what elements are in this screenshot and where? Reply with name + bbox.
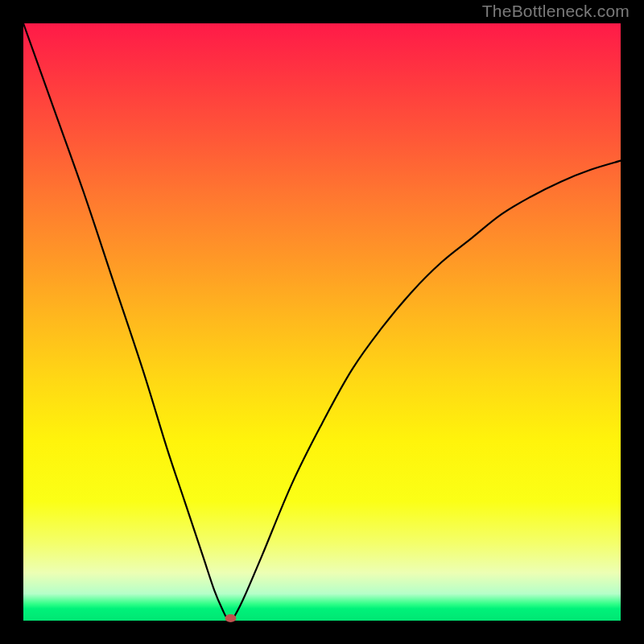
- bottleneck-curve: [23, 23, 621, 621]
- plot-area: [23, 23, 621, 621]
- chart-frame: TheBottleneck.com: [0, 0, 644, 644]
- watermark-text: TheBottleneck.com: [482, 2, 630, 21]
- optimum-marker: [225, 614, 236, 622]
